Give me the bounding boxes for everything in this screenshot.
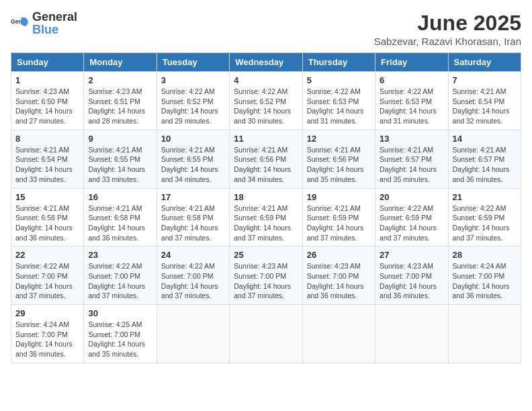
calendar-table: SundayMondayTuesdayWednesdayThursdayFrid… bbox=[11, 52, 521, 363]
day-number: 9 bbox=[88, 134, 152, 144]
daylight-label: Daylight: 14 hours and 33 minutes. bbox=[88, 165, 145, 183]
calendar-cell: 27 Sunrise: 4:23 AM Sunset: 7:00 PM Dayl… bbox=[375, 246, 448, 305]
weekday-header-monday: Monday bbox=[84, 53, 157, 72]
sunrise-label: Sunrise: 4:22 AM bbox=[161, 87, 215, 95]
daylight-label: Daylight: 14 hours and 27 minutes. bbox=[15, 107, 73, 125]
day-number: 5 bbox=[307, 75, 371, 85]
calendar-cell bbox=[230, 305, 302, 363]
day-info: Sunrise: 4:23 AM Sunset: 7:00 PM Dayligh… bbox=[307, 261, 371, 301]
daylight-label: Daylight: 14 hours and 37 minutes. bbox=[161, 282, 218, 300]
day-info: Sunrise: 4:21 AM Sunset: 6:56 PM Dayligh… bbox=[234, 145, 298, 185]
day-info: Sunrise: 4:22 AM Sunset: 6:52 PM Dayligh… bbox=[161, 87, 225, 126]
sunset-label: Sunset: 6:52 PM bbox=[234, 97, 286, 105]
day-number: 3 bbox=[161, 75, 225, 85]
sunset-label: Sunset: 6:51 PM bbox=[88, 97, 140, 105]
calendar-cell: 7 Sunrise: 4:21 AM Sunset: 6:54 PM Dayli… bbox=[448, 72, 521, 130]
calendar-cell: 15 Sunrise: 4:21 AM Sunset: 6:58 PM Dayl… bbox=[11, 188, 84, 246]
day-number: 13 bbox=[380, 134, 443, 144]
weekday-header-saturday: Saturday bbox=[448, 53, 521, 72]
day-number: 11 bbox=[234, 134, 298, 144]
sunset-label: Sunset: 6:52 PM bbox=[161, 97, 214, 105]
calendar-cell: 28 Sunrise: 4:24 AM Sunset: 7:00 PM Dayl… bbox=[448, 246, 521, 305]
daylight-label: Daylight: 14 hours and 37 minutes. bbox=[453, 224, 510, 242]
calendar-cell: 18 Sunrise: 4:21 AM Sunset: 6:59 PM Dayl… bbox=[230, 188, 302, 246]
daylight-label: Daylight: 14 hours and 33 minutes. bbox=[15, 165, 73, 183]
sunset-label: Sunset: 6:58 PM bbox=[161, 214, 214, 222]
day-number: 23 bbox=[88, 250, 152, 260]
day-number: 8 bbox=[15, 134, 79, 144]
calendar-week-5: 29 Sunrise: 4:24 AM Sunset: 7:00 PM Dayl… bbox=[11, 305, 521, 363]
sunrise-label: Sunrise: 4:22 AM bbox=[307, 87, 361, 95]
day-info: Sunrise: 4:25 AM Sunset: 7:00 PM Dayligh… bbox=[88, 320, 152, 359]
sunrise-label: Sunrise: 4:23 AM bbox=[307, 262, 361, 270]
day-number: 17 bbox=[161, 192, 225, 202]
sunrise-label: Sunrise: 4:24 AM bbox=[15, 320, 69, 328]
calendar-cell bbox=[375, 305, 448, 363]
calendar-cell: 30 Sunrise: 4:25 AM Sunset: 7:00 PM Dayl… bbox=[84, 305, 157, 363]
sunrise-label: Sunrise: 4:22 AM bbox=[88, 262, 142, 270]
calendar-cell: 4 Sunrise: 4:22 AM Sunset: 6:52 PM Dayli… bbox=[230, 72, 302, 130]
day-info: Sunrise: 4:21 AM Sunset: 6:58 PM Dayligh… bbox=[161, 203, 225, 243]
weekday-header-tuesday: Tuesday bbox=[157, 53, 229, 72]
day-number: 19 bbox=[307, 192, 371, 202]
calendar-cell: 14 Sunrise: 4:21 AM Sunset: 6:57 PM Dayl… bbox=[448, 130, 521, 188]
sunset-label: Sunset: 6:56 PM bbox=[234, 155, 286, 163]
day-number: 29 bbox=[15, 308, 79, 318]
day-number: 22 bbox=[15, 250, 79, 260]
sunrise-label: Sunrise: 4:22 AM bbox=[15, 262, 69, 270]
sunset-label: Sunset: 6:54 PM bbox=[15, 155, 68, 163]
sunset-label: Sunset: 7:00 PM bbox=[88, 330, 140, 338]
daylight-label: Daylight: 14 hours and 36 minutes. bbox=[15, 340, 73, 358]
daylight-label: Daylight: 14 hours and 34 minutes. bbox=[234, 165, 291, 183]
day-number: 27 bbox=[380, 250, 443, 260]
sunset-label: Sunset: 6:54 PM bbox=[453, 97, 505, 105]
daylight-label: Daylight: 14 hours and 32 minutes. bbox=[453, 107, 510, 125]
calendar-cell: 25 Sunrise: 4:23 AM Sunset: 7:00 PM Dayl… bbox=[230, 246, 302, 305]
daylight-label: Daylight: 14 hours and 37 minutes. bbox=[161, 224, 218, 242]
day-number: 24 bbox=[161, 250, 225, 260]
day-number: 18 bbox=[234, 192, 298, 202]
sunset-label: Sunset: 6:57 PM bbox=[380, 155, 432, 163]
sunrise-label: Sunrise: 4:25 AM bbox=[88, 320, 142, 328]
sunrise-label: Sunrise: 4:22 AM bbox=[453, 204, 506, 212]
calendar-week-3: 15 Sunrise: 4:21 AM Sunset: 6:58 PM Dayl… bbox=[11, 188, 521, 246]
day-info: Sunrise: 4:21 AM Sunset: 6:55 PM Dayligh… bbox=[161, 145, 225, 185]
logo: Gen General Blue bbox=[11, 11, 77, 36]
daylight-label: Daylight: 14 hours and 37 minutes. bbox=[307, 224, 364, 242]
day-info: Sunrise: 4:24 AM Sunset: 7:00 PM Dayligh… bbox=[453, 261, 517, 301]
sunrise-label: Sunrise: 4:21 AM bbox=[88, 146, 142, 154]
sunrise-label: Sunrise: 4:21 AM bbox=[380, 146, 433, 154]
calendar-cell: 17 Sunrise: 4:21 AM Sunset: 6:58 PM Dayl… bbox=[157, 188, 229, 246]
logo-text-general: General bbox=[32, 10, 77, 24]
sunset-label: Sunset: 6:59 PM bbox=[453, 214, 505, 222]
daylight-label: Daylight: 14 hours and 31 minutes. bbox=[380, 107, 437, 125]
day-info: Sunrise: 4:21 AM Sunset: 6:54 PM Dayligh… bbox=[15, 145, 79, 185]
day-number: 30 bbox=[88, 308, 152, 318]
day-info: Sunrise: 4:22 AM Sunset: 6:59 PM Dayligh… bbox=[380, 203, 443, 243]
day-number: 6 bbox=[380, 75, 443, 85]
weekday-header-sunday: Sunday bbox=[11, 53, 84, 72]
sunset-label: Sunset: 6:59 PM bbox=[234, 214, 286, 222]
day-number: 20 bbox=[380, 192, 443, 202]
sunset-label: Sunset: 7:00 PM bbox=[234, 272, 286, 280]
sunset-label: Sunset: 6:53 PM bbox=[307, 97, 359, 105]
day-info: Sunrise: 4:22 AM Sunset: 6:53 PM Dayligh… bbox=[380, 87, 443, 126]
day-info: Sunrise: 4:23 AM Sunset: 6:51 PM Dayligh… bbox=[88, 87, 152, 126]
calendar-cell: 20 Sunrise: 4:22 AM Sunset: 6:59 PM Dayl… bbox=[375, 188, 448, 246]
sunset-label: Sunset: 6:50 PM bbox=[15, 97, 68, 105]
day-info: Sunrise: 4:22 AM Sunset: 7:00 PM Dayligh… bbox=[161, 261, 225, 301]
daylight-label: Daylight: 14 hours and 37 minutes. bbox=[88, 282, 145, 300]
day-info: Sunrise: 4:21 AM Sunset: 6:56 PM Dayligh… bbox=[307, 145, 371, 185]
daylight-label: Daylight: 14 hours and 37 minutes. bbox=[380, 224, 437, 242]
sunrise-label: Sunrise: 4:22 AM bbox=[380, 204, 433, 212]
calendar-cell: 2 Sunrise: 4:23 AM Sunset: 6:51 PM Dayli… bbox=[84, 72, 157, 130]
sunrise-label: Sunrise: 4:23 AM bbox=[234, 262, 287, 270]
day-info: Sunrise: 4:21 AM Sunset: 6:58 PM Dayligh… bbox=[15, 203, 79, 243]
logo-text-blue: Blue bbox=[32, 23, 58, 36]
day-info: Sunrise: 4:21 AM Sunset: 6:57 PM Dayligh… bbox=[453, 145, 517, 185]
day-info: Sunrise: 4:22 AM Sunset: 6:53 PM Dayligh… bbox=[307, 87, 371, 126]
month-title: June 2025 bbox=[374, 11, 521, 36]
calendar-cell: 24 Sunrise: 4:22 AM Sunset: 7:00 PM Dayl… bbox=[157, 246, 229, 305]
sunset-label: Sunset: 6:55 PM bbox=[161, 155, 214, 163]
sunrise-label: Sunrise: 4:21 AM bbox=[453, 87, 506, 95]
